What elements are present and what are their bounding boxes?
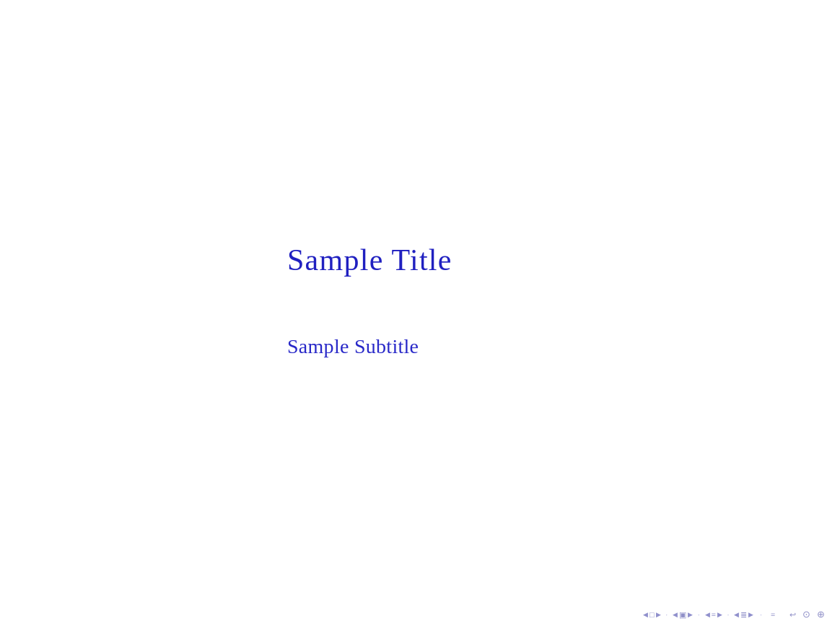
subsection-nav-group: ◀ ▣ ▶ [673,610,693,620]
next-section-button[interactable]: ▶ [717,611,722,618]
prev-frame-button[interactable]: ◀ [643,611,648,618]
slide-subtitle: Sample Subtitle [287,335,419,358]
appendix-icon: ≣ [740,610,747,620]
frame-nav-group: ◀ □ ▶ [643,610,661,619]
slide-content: Sample Title Sample Subtitle [0,0,840,600]
prev-section-button[interactable]: ◀ [705,611,710,618]
right-arrow-icon-2: ▶ [688,611,693,618]
left-arrow-icon: ◀ [643,611,648,618]
menu-button[interactable]: ≡ [769,609,777,620]
left-arrow-icon-3: ◀ [705,611,710,618]
beamer-navigation: ◀ □ ▶ · ◀ ▣ ▶ · [643,607,827,622]
prev-subsection-button[interactable]: ◀ [673,611,678,618]
next-subsection-button[interactable]: ▶ [688,611,693,618]
undo-button[interactable]: ↩ [787,609,798,621]
section-icon: ≡ [712,610,716,619]
separator-3: · [727,611,730,619]
right-arrow-icon-3: ▶ [717,611,722,618]
slide-title: Sample Title [287,243,452,277]
left-arrow-icon-2: ◀ [673,611,678,618]
next-frame-button[interactable]: ▶ [656,611,661,618]
right-arrow-icon: ▶ [656,611,661,618]
separator-1: · [666,611,668,619]
section-nav-group: ◀ ≡ ▶ [705,610,722,619]
subsection-icon: ▣ [679,610,686,620]
right-arrow-icon-4: ▶ [748,611,753,618]
slide-container: Sample Title Sample Subtitle ◀ □ ▶ · ◀ ▣ [0,0,840,629]
left-arrow-icon-4: ◀ [734,611,739,618]
separator-2: · [698,611,700,619]
next-appendix-button[interactable]: ▶ [748,611,753,618]
frame-icon: □ [649,610,655,619]
prev-appendix-button[interactable]: ◀ [734,611,739,618]
appendix-nav-group: ◀ ≣ ▶ [734,610,753,620]
bottom-bar: ◀ □ ▶ · ◀ ▣ ▶ · [0,600,840,629]
expand-button[interactable]: ⊕ [815,607,827,622]
search-button[interactable]: ⊙ [800,607,813,622]
separator-4: · [760,611,762,619]
